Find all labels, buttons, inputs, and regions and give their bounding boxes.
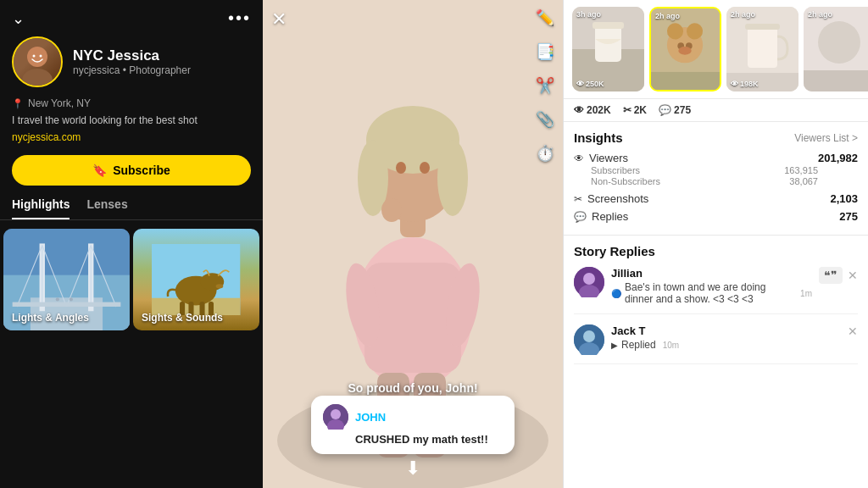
sticker-tool-icon[interactable]: 📑: [536, 42, 554, 61]
tab-lenses[interactable]: Lenses: [86, 197, 127, 219]
svg-point-2: [33, 55, 36, 58]
reply-actions-2: ✕: [848, 324, 858, 338]
svg-point-69: [583, 330, 595, 342]
viewers-list-link[interactable]: Viewers List >: [794, 132, 858, 144]
eye-icon: 👁: [574, 104, 584, 116]
svg-point-39: [381, 198, 402, 222]
thumb-time-3: 2h ago: [731, 10, 755, 19]
screenshots-count: 2K: [634, 104, 647, 116]
story-reply-item-1: Jillian 🔵 Bae's in town and we are doing…: [574, 267, 858, 314]
profile-section: NYC Jessica nycjessica • Photographer: [0, 33, 263, 96]
viewers-label: 👁 Viewers: [574, 152, 818, 164]
profile-handle: nycjessica • Photographer: [73, 64, 191, 76]
stat-views: 👁 202K: [574, 104, 611, 116]
svg-rect-57: [651, 72, 720, 90]
svg-point-1: [22, 69, 53, 86]
reply-time-jillian: 1m: [800, 289, 812, 298]
profile-name: NYC Jessica: [73, 47, 191, 64]
highlight-label-2: Sights & Sounds: [142, 312, 223, 324]
replies-count: 275: [674, 104, 691, 116]
snap-background: ✕ ✏️ 📑 ✂️ 📎 ⏱️ So proud of you, John! JO…: [263, 0, 563, 488]
reply-text: CRUSHED my math test!!: [355, 433, 503, 446]
chevron-down-icon[interactable]: ⌄: [12, 9, 25, 28]
screenshots-insight-value: 2,103: [830, 192, 858, 205]
story-replies-title: Story Replies: [574, 244, 858, 258]
subscribers-label: Subscribers: [591, 165, 640, 175]
stat-replies: 💬 275: [659, 104, 691, 116]
thumb-views-1: 👁 250K: [576, 80, 604, 88]
subscribers-value: 163,915: [784, 165, 818, 175]
snap-reply-card: JOHN CRUSHED my math test!!: [311, 396, 515, 454]
reply-icon: 💬: [659, 104, 671, 116]
timer-tool-icon[interactable]: ⏱️: [536, 144, 554, 163]
svg-point-35: [437, 140, 468, 216]
avatar-image: [14, 38, 61, 86]
reply-name-jillian: Jillian: [611, 267, 812, 280]
story-thumb-4[interactable]: 2h ago: [804, 7, 868, 92]
location-icon: 📍: [12, 98, 24, 109]
quote-reply-button-1[interactable]: ❝❞: [819, 267, 843, 284]
left-panel: ⌄ ••• NYC Jessica nycjessica • Photograp…: [0, 0, 263, 488]
more-options-icon[interactable]: •••: [228, 8, 251, 28]
highlights-grid: Lights & Angles: [0, 229, 263, 330]
svg-rect-15: [13, 302, 121, 307]
svg-point-36: [396, 162, 406, 174]
story-replies-section: Story Replies Jillian 🔵 Bae's in town an…: [564, 236, 868, 488]
reply-username: JOHN: [355, 411, 386, 424]
reply-type-icon-1: 🔵: [611, 289, 621, 298]
middle-panel: ✕ ✏️ 📑 ✂️ 📎 ⏱️ So proud of you, John! JO…: [263, 0, 563, 488]
reply-content-jackt: Jack T ▶ Replied 10m: [611, 324, 841, 351]
download-snap-button[interactable]: ⬇: [405, 458, 420, 480]
right-panel: 3h ago 👁 250K 2h ago: [563, 0, 868, 488]
highlight-card-sights-sounds[interactable]: Sights & Sounds: [133, 229, 259, 330]
subscribe-button[interactable]: 🔖 Subscribe: [12, 155, 251, 186]
reply-actions-1: ❝❞ ✕: [819, 267, 858, 284]
avatar: [12, 36, 63, 87]
location-text: New York, NY: [28, 97, 91, 109]
scissors-tool-icon[interactable]: ✂️: [536, 76, 554, 95]
stat-screenshots: ✂ 2K: [623, 104, 647, 116]
reply-avatar-jillian: [574, 267, 604, 297]
insights-header: Insights Viewers List >: [574, 130, 858, 145]
reply-text-jillian: 🔵 Bae's in town and we are doing dinner …: [611, 281, 812, 305]
viewers-value: 201,982: [818, 152, 858, 164]
screenshots-insight-row: ✂ Screenshots 2,103: [574, 192, 858, 205]
reply-name-jackt: Jack T: [611, 324, 841, 337]
dismiss-reply-button-2[interactable]: ✕: [848, 324, 858, 338]
reply-content-jillian: Jillian 🔵 Bae's in town and we are doing…: [611, 267, 812, 305]
stories-strip: 3h ago 👁 250K 2h ago: [564, 0, 868, 99]
svg-point-66: [583, 273, 595, 285]
pencil-tool-icon[interactable]: ✏️: [536, 8, 554, 27]
bio-text: I travel the world looking for the best …: [0, 113, 263, 130]
svg-rect-49: [593, 22, 624, 29]
reply-avatar: [323, 404, 348, 430]
svg-rect-60: [745, 24, 780, 30]
replies-insight-icon: 💬: [574, 211, 587, 223]
thumb-views-3: 👁 198K: [731, 80, 759, 88]
dismiss-reply-button-1[interactable]: ✕: [848, 269, 858, 282]
story-thumb-1[interactable]: 3h ago 👁 250K: [572, 7, 644, 92]
snap-tools: ✏️ 📑 ✂️ 📎 ⏱️: [536, 8, 554, 163]
reply-text-jackt: ▶ Replied 10m: [611, 339, 841, 351]
screenshots-label: ✂ Screenshots: [574, 192, 648, 205]
highlight-card-lights-angles[interactable]: Lights & Angles: [3, 229, 130, 330]
views-count: 202K: [587, 104, 611, 116]
link-tool-icon[interactable]: 📎: [536, 110, 554, 129]
website-link[interactable]: nycjessica.com: [0, 130, 263, 150]
viewers-insight-row: 👁 Viewers Subscribers 163,915 Non-Subscr…: [574, 152, 858, 187]
location-row: 📍 New York, NY: [0, 96, 263, 113]
svg-rect-64: [804, 70, 868, 92]
story-thumb-2[interactable]: 2h ago: [649, 7, 721, 92]
thumb-time-1: 3h ago: [576, 10, 601, 19]
story-reply-item-2: Jack T ▶ Replied 10m ✕: [574, 324, 858, 364]
story-thumb-3[interactable]: 2h ago 👁 198K: [726, 7, 798, 92]
svg-point-3: [40, 55, 42, 58]
svg-point-17: [70, 297, 73, 301]
screenshot-icon: ✂: [623, 104, 632, 116]
close-snap-button[interactable]: ✕: [271, 8, 287, 30]
replies-insight-row: 💬 Replies 275: [574, 210, 858, 223]
stats-row: 👁 202K ✂ 2K 💬 275: [564, 99, 868, 122]
tab-highlights[interactable]: Highlights: [12, 197, 70, 219]
svg-point-56: [678, 47, 691, 55]
tabs-row: Highlights Lenses: [0, 194, 263, 220]
